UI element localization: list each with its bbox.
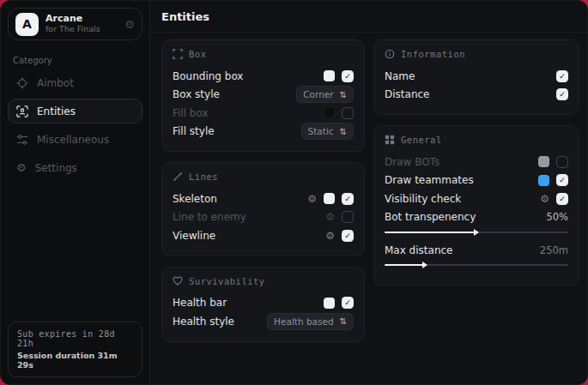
gear-icon: ⚙ (16, 161, 27, 174)
fill-style-row: Fill style Static ⇅ (173, 123, 354, 141)
name-row: Name ✓ (385, 67, 568, 86)
box-card: Box Bounding box ✓ Box style Corner (161, 39, 365, 152)
fill-box-color-swatch[interactable] (324, 107, 335, 118)
fill-box-row: Fill box (173, 104, 354, 123)
draw-bots-checkbox[interactable] (556, 156, 568, 168)
sliders-icon (16, 134, 28, 146)
sidebar-item-miscellaneous[interactable]: Miscellaneous (8, 127, 142, 152)
bounding-box-checkbox[interactable]: ✓ (342, 70, 354, 82)
skeleton-gear-icon[interactable]: ⚙ (307, 194, 317, 204)
draw-bots-row: Draw BOTs (385, 153, 568, 171)
sidebar-item-label: Settings (35, 162, 77, 174)
heart-icon (173, 276, 183, 286)
box-card-title: Box (189, 49, 206, 59)
bounding-box-label: Bounding box (173, 70, 243, 82)
draw-bots-color-swatch[interactable] (538, 156, 549, 167)
viewline-gear-icon[interactable]: ⚙ (325, 231, 335, 241)
max-distance-label: Max distance (385, 244, 452, 256)
info-icon (385, 49, 395, 59)
skeleton-color-swatch[interactable] (324, 193, 335, 204)
updown-arrows-icon: ⇅ (340, 316, 347, 326)
distance-row: Distance ✓ (385, 86, 568, 105)
bot-transparency-row: Bot transpenency 50% (385, 208, 568, 227)
name-label: Name (385, 70, 415, 82)
information-card: Information Name ✓ Distance ✓ (373, 39, 579, 115)
lines-card: Lines Skeleton ⚙ ✓ Line to enemy ⚙ (161, 162, 365, 256)
visibility-check-gear-icon[interactable]: ⚙ (540, 194, 549, 204)
line-to-enemy-checkbox[interactable] (342, 211, 354, 223)
health-bar-label: Health bar (173, 297, 227, 309)
app-settings-gear-icon[interactable]: ⚙ (124, 18, 135, 31)
draw-teammates-row: Draw teammates ✓ (385, 171, 568, 190)
crosshair-icon (16, 77, 28, 89)
box-style-dropdown[interactable]: Corner ⇅ (296, 86, 354, 103)
max-distance-slider[interactable] (385, 262, 568, 269)
fill-box-label: Fill box (173, 107, 209, 119)
updown-arrows-icon: ⇅ (340, 127, 347, 136)
name-checkbox[interactable]: ✓ (556, 70, 568, 82)
survivability-card: Survivability Health bar ✓ Health style … (161, 267, 365, 342)
category-label: Category (1, 47, 149, 70)
left-column: Box Bounding box ✓ Box style Corner (161, 39, 365, 342)
draw-teammates-color-swatch[interactable] (538, 175, 549, 186)
sidebar-item-entities[interactable]: Entities (8, 99, 142, 123)
bot-transparency-slider[interactable] (385, 228, 568, 236)
sub-expiry-text: Sub expires in 28d 21h (17, 329, 133, 348)
draw-bots-label: Draw BOTs (385, 156, 439, 168)
entities-scan-icon (16, 105, 28, 117)
app-window: A Arcane for The Finals ⚙ Category Aimbo… (0, 0, 588, 385)
box-style-row: Box style Corner ⇅ (173, 86, 354, 105)
distance-checkbox[interactable]: ✓ (556, 88, 568, 100)
distance-label: Distance (385, 88, 429, 100)
app-logo: A (15, 13, 39, 36)
fill-box-checkbox[interactable] (342, 107, 354, 119)
app-header: A Arcane for The Finals ⚙ (8, 8, 142, 40)
bot-transparency-label: Bot transpenency (385, 211, 476, 223)
health-bar-row: Health bar ✓ (173, 294, 354, 313)
draw-teammates-checkbox[interactable]: ✓ (556, 174, 568, 186)
fill-style-label: Fill style (173, 125, 215, 137)
max-distance-value: 250m (540, 244, 568, 256)
sidebar-item-label: Aimbot (37, 77, 74, 89)
survivability-card-title: Survivability (189, 276, 265, 286)
viewline-label: Viewline (173, 230, 215, 242)
skeleton-label: Skeleton (173, 193, 217, 205)
line-to-enemy-gear-icon[interactable]: ⚙ (325, 212, 335, 222)
updown-arrows-icon: ⇅ (340, 90, 347, 99)
fill-style-dropdown[interactable]: Static ⇅ (301, 123, 354, 140)
bounding-box-color-swatch[interactable] (324, 70, 335, 81)
visibility-check-checkbox[interactable]: ✓ (556, 193, 568, 205)
subscription-info-box: Sub expires in 28d 21h Session duration … (8, 322, 142, 377)
main-panel: Entities Box Bounding box (150, 1, 588, 384)
health-style-dropdown[interactable]: Health based ⇅ (267, 313, 354, 330)
skeleton-row: Skeleton ⚙ ✓ (173, 189, 354, 208)
content: Box Bounding box ✓ Box style Corner (150, 33, 588, 349)
health-bar-color-swatch[interactable] (324, 298, 335, 309)
visibility-check-row: Visibility check ⚙ ✓ (385, 189, 568, 208)
visibility-check-label: Visibility check (385, 193, 461, 205)
viewline-row: Viewline ⚙ ✓ (173, 226, 354, 245)
box-style-label: Box style (173, 88, 220, 100)
session-duration-text: Session duration 31m 29s (17, 351, 133, 370)
line-to-enemy-label: Line to enemy (173, 211, 246, 223)
line-to-enemy-row: Line to enemy ⚙ (173, 208, 354, 227)
sidebar-item-label: Entities (37, 105, 76, 117)
sidebar-item-settings[interactable]: ⚙ Settings (8, 155, 142, 180)
page-title: Entities (161, 10, 209, 23)
skeleton-checkbox[interactable]: ✓ (342, 193, 354, 205)
bot-transparency-value: 50% (546, 211, 568, 223)
slider-thumb-icon (474, 229, 479, 236)
lines-card-title: Lines (189, 171, 218, 182)
viewline-checkbox[interactable]: ✓ (342, 230, 354, 242)
sidebar-nav: Aimbot Entities (1, 70, 149, 180)
grid-icon (385, 135, 395, 145)
right-column: Information Name ✓ Distance ✓ (373, 39, 579, 286)
sidebar-item-label: Miscellaneous (37, 134, 109, 146)
health-bar-checkbox[interactable]: ✓ (342, 297, 354, 309)
box-corners-icon (173, 49, 183, 59)
general-card-title: General (401, 135, 442, 145)
bounding-box-row: Bounding box ✓ (173, 67, 354, 86)
main-header: Entities (150, 1, 588, 33)
app-subtitle: for The Finals (45, 25, 118, 34)
sidebar-item-aimbot[interactable]: Aimbot (8, 70, 142, 95)
